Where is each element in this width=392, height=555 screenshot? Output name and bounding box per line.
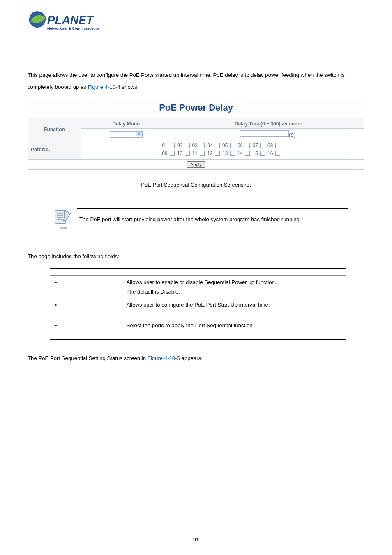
fields-header-object (50, 268, 124, 276)
delay-mode-value: ---- (112, 132, 118, 137)
poe-power-delay-title: PoE Power Delay (28, 99, 364, 119)
port-checkbox-16[interactable] (275, 151, 280, 156)
fields-desc-line1: Allows user to configure the PoE Port St… (127, 302, 344, 308)
chevron-down-icon: v (136, 132, 142, 136)
port-checkbox-13[interactable] (230, 151, 235, 156)
note-icon-label: Note (52, 226, 74, 230)
intro-paragraph: This page allows the user to configure t… (28, 69, 364, 93)
port-label-04: 04 (207, 143, 212, 148)
port-checkbox-07[interactable] (260, 143, 265, 148)
note-icon (54, 208, 72, 224)
port-10: 10 (177, 150, 192, 157)
port-label-09: 09 (162, 150, 167, 156)
intro-text-after: shows. (120, 84, 139, 90)
port-09: 09 (162, 150, 177, 157)
poe-power-delay-screenshot: PoE Power Delay Function Delay Mode Dela… (28, 99, 364, 170)
delay-mode-header: Delay Mode (81, 119, 171, 129)
port-label-14: 14 (238, 150, 243, 156)
port-checkbox-15[interactable] (260, 151, 265, 156)
port-label-02: 02 (177, 143, 182, 148)
logo: PLANET Networking & Communication (28, 9, 99, 37)
port-label-11: 11 (192, 150, 198, 156)
figure-link-4-10-4[interactable]: Figure 4-10-4 (88, 84, 120, 90)
fields-row: Allows user to enable or disable Sequent… (50, 276, 346, 298)
fields-row: Select the ports to apply the Port Seque… (50, 319, 346, 340)
poe-config-table: Function Delay Mode Delay Time(0 ~ 300)s… (28, 119, 364, 170)
port-15: 15 (252, 150, 267, 157)
fields-object-bullet (61, 302, 121, 308)
fields-intro-text: The page includes the following fields: (28, 253, 364, 259)
fields-description-cell: Allows user to enable or disable Sequent… (124, 276, 346, 298)
port-label-07: 07 (252, 143, 258, 148)
port-label-12: 12 (207, 150, 212, 156)
fields-object-bullet (61, 322, 121, 328)
port-checkbox-10[interactable] (185, 151, 190, 156)
port-03: 03 (192, 142, 208, 150)
fields-header-description (124, 268, 346, 276)
screenshot-caption: PoE Port Sequential Configuration Screen… (28, 182, 364, 188)
fields-desc-line1: Select the ports to apply the Port Seque… (127, 322, 344, 328)
port-checkbox-03[interactable] (200, 143, 205, 148)
port-13: 13 (222, 150, 238, 157)
intro-text-before: This page allows the user to configure t… (28, 72, 345, 90)
delay-mode-select[interactable]: ---- v (110, 131, 143, 138)
fields-row: Allows user to configure the PoE Port St… (50, 298, 346, 319)
fields-object-cell (50, 319, 124, 340)
port-07: 07 (252, 142, 267, 150)
port-label-01: 01 (162, 143, 167, 148)
status-line: The PoE Port Sequential Setting Status s… (28, 355, 364, 361)
port-label-06: 06 (238, 143, 243, 148)
page-number: 91 (0, 536, 392, 543)
port-label-05: 05 (222, 143, 228, 148)
port-label-08: 08 (267, 143, 273, 148)
port-checkbox-06[interactable] (245, 143, 250, 148)
figure-link-4-10-5[interactable]: Figure 4-10-5 (148, 355, 180, 361)
port-14: 14 (238, 150, 253, 157)
fields-object-cell (50, 298, 124, 319)
delay-time-unit: (S) (289, 132, 295, 138)
port-label-15: 15 (252, 150, 258, 156)
note-text: The PoE port will start providing power … (79, 216, 301, 222)
port-checkbox-12[interactable] (215, 151, 220, 156)
note-block: Note The PoE port will start providing p… (52, 208, 348, 230)
fields-desc-line2: The default is Disable. (127, 289, 344, 295)
port-06: 06 (238, 142, 253, 150)
port-checkbox-11[interactable] (200, 151, 205, 156)
port-12: 12 (207, 150, 222, 157)
port-checkbox-08[interactable] (275, 143, 280, 148)
function-label: Function (28, 119, 81, 140)
apply-button[interactable]: Apply (187, 161, 205, 168)
delay-time-header: Delay Time(0 ~ 300)seconds (171, 119, 364, 129)
port-label-16: 16 (267, 150, 273, 156)
fields-desc-line1: Allows user to enable or disable Sequent… (127, 279, 344, 285)
port-checkbox-05[interactable] (230, 143, 235, 148)
port-checkbox-01[interactable] (170, 143, 175, 148)
port-01: 01 (162, 142, 177, 150)
port-checkbox-04[interactable] (215, 143, 220, 148)
port-checkbox-09[interactable] (170, 151, 175, 156)
planet-logo-icon: PLANET Networking & Communication (28, 9, 99, 35)
port-16: 16 (267, 150, 283, 157)
port-05: 05 (222, 142, 238, 150)
fields-object-cell (50, 276, 124, 298)
delay-time-input[interactable] (240, 130, 289, 137)
status-after: appears. (180, 355, 203, 361)
port-checkbox-14[interactable] (245, 151, 250, 156)
fields-object-bullet (61, 279, 121, 285)
port-checkboxes: 01 02 03 04 05 06 07 08 09 10 11 12 13 1… (81, 140, 364, 160)
port-label-10: 10 (177, 150, 182, 156)
port-08: 08 (267, 142, 283, 150)
port-label-03: 03 (192, 143, 198, 148)
fields-table: Allows user to enable or disable Sequent… (50, 268, 346, 340)
fields-description-cell: Select the ports to apply the Port Seque… (124, 319, 346, 340)
port-04: 04 (207, 142, 222, 150)
logo-tagline-text: Networking & Communication (47, 26, 99, 30)
logo-brand-text: PLANET (47, 14, 95, 26)
status-before: The PoE Port Sequential Setting Status s… (28, 355, 148, 361)
port-11: 11 (192, 150, 208, 157)
port-checkbox-02[interactable] (185, 143, 190, 148)
port-no-label: Port No. (28, 140, 81, 160)
fields-description-cell: Allows user to configure the PoE Port St… (124, 298, 346, 319)
port-02: 02 (177, 142, 192, 150)
port-label-13: 13 (222, 150, 228, 156)
